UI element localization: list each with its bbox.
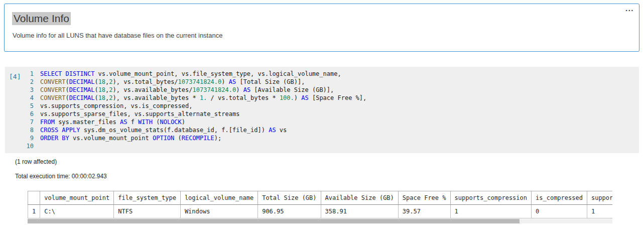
- code-token: (: [94, 78, 98, 85]
- code-line: 8CROSS APPLY sys.dm_os_volume_stats(f.da…: [5, 126, 366, 134]
- rows-affected-message: (1 row affected): [15, 158, 57, 165]
- code-token: sys.master_files: [55, 119, 120, 126]
- code-line: 9ORDER BY vs.volume_mount_point OPTION (…: [5, 134, 366, 142]
- table-cell[interactable]: 906.95: [258, 205, 321, 218]
- cell-title-row: Volume Info: [12, 12, 639, 25]
- code-token: ORDER BY: [40, 135, 69, 142]
- table-cell[interactable]: 1: [587, 205, 612, 218]
- results-table: volume_mount_pointfile_system_typelogica…: [28, 191, 612, 218]
- code-token: AS: [243, 86, 250, 93]
- line-number: 9: [5, 134, 40, 142]
- code-token: ): [182, 119, 185, 126]
- line-number: 6: [5, 110, 40, 118]
- code-token: [Available Size (GB)],: [250, 86, 334, 93]
- results-grid: volume_mount_pointfile_system_typelogica…: [28, 191, 612, 218]
- code-token: ), vs.available_bytes *: [113, 94, 200, 101]
- code-cell[interactable]: [4] 1SELECT DISTINCT vs.volume_mount_poi…: [5, 67, 639, 153]
- code-token: CONVERT: [40, 86, 66, 93]
- code-line: 5vs.supports_compression, vs.is_compress…: [5, 102, 366, 110]
- code-token: (: [94, 86, 98, 93]
- line-number: 7: [5, 118, 40, 126]
- code-token: vs.supports_compression, vs.is_compresse…: [40, 102, 192, 109]
- table-cell[interactable]: NTFS: [114, 205, 181, 218]
- code-line: 6vs.supports_sparse_files, vs.supports_a…: [5, 110, 366, 118]
- code-token: DECIMAL: [69, 94, 95, 101]
- column-header[interactable]: logical_volume_name: [180, 191, 257, 205]
- code-token: (: [66, 94, 69, 101]
- code-editor[interactable]: 1SELECT DISTINCT vs.volume_mount_point, …: [5, 70, 366, 150]
- code-token: AS: [269, 127, 276, 134]
- code-token: [Total Size (GB)],: [236, 78, 305, 85]
- code-token: vs.volume_mount_point, vs.file_system_ty…: [94, 70, 341, 77]
- results-body: 1C:\NTFSWindows906.95358.9139.57101: [28, 205, 613, 218]
- code-token: CROSS APPLY: [40, 127, 80, 134]
- code-token: );: [214, 135, 221, 142]
- code-token: 2: [109, 78, 112, 85]
- code-token: 2: [109, 94, 112, 101]
- row-number-cell[interactable]: 1: [28, 205, 40, 218]
- line-number: 8: [5, 126, 40, 134]
- column-header[interactable]: Total Size (GB): [258, 191, 321, 205]
- column-header[interactable]: supports_compression: [450, 191, 532, 205]
- code-token: ), vs.available_bytes/: [113, 86, 193, 93]
- code-token: 2: [109, 86, 112, 93]
- column-header[interactable]: file_system_type: [114, 191, 181, 205]
- column-header[interactable]: volume_mount_point: [40, 191, 114, 205]
- code-line: 10: [5, 142, 366, 150]
- table-cell[interactable]: 1: [450, 205, 532, 218]
- code-token: vs.supports_sparse_files, vs.supports_al…: [40, 110, 239, 118]
- execution-time-message: Total execution time: 00:00:02.943: [15, 173, 107, 180]
- column-header[interactable]: Space Free %: [398, 191, 450, 205]
- column-header[interactable]: [28, 191, 40, 205]
- code-token: SELECT DISTINCT: [40, 70, 94, 77]
- table-cell[interactable]: C:\: [40, 205, 114, 218]
- code-token: vs.volume_mount_point: [69, 135, 153, 142]
- table-cell[interactable]: Windows: [180, 205, 257, 218]
- code-token: vs: [276, 127, 287, 134]
- code-token: (: [66, 86, 69, 93]
- code-token: (: [66, 78, 69, 85]
- column-header[interactable]: is_compressed: [532, 191, 587, 205]
- code-token: 18: [98, 86, 105, 93]
- code-token: 1.: [200, 94, 207, 101]
- code-token: ): [236, 86, 243, 93]
- code-token: RECOMPILE: [182, 135, 214, 142]
- code-token: DECIMAL: [69, 86, 95, 93]
- results-header-row: volume_mount_pointfile_system_typelogica…: [28, 191, 613, 205]
- code-token: sys.dm_os_volume_stats(f.database_id, f.…: [80, 127, 269, 134]
- code-line: 1SELECT DISTINCT vs.volume_mount_point, …: [5, 70, 366, 78]
- code-token: ): [221, 78, 228, 85]
- code-token: / vs.total_bytes *: [207, 94, 280, 101]
- code-token: FROM: [40, 119, 55, 126]
- line-number: 10: [5, 142, 40, 150]
- horizontal-scrollbar-thumb[interactable]: [28, 219, 520, 223]
- code-line: 4CONVERT(DECIMAL(18,2), vs.available_byt…: [5, 94, 366, 102]
- table-cell[interactable]: 39.57: [398, 205, 450, 218]
- line-number: 5: [5, 102, 40, 110]
- line-number: 4: [5, 94, 40, 102]
- code-token: ), vs.total_bytes/: [113, 78, 178, 85]
- cell-description: Volume info for all LUNS that have datab…: [13, 32, 639, 39]
- line-number: 3: [5, 86, 40, 94]
- column-header[interactable]: supports_sparse_files: [587, 191, 612, 205]
- code-token: (: [94, 94, 98, 101]
- code-token: 1073741824.0: [178, 78, 222, 85]
- more-actions-button[interactable]: ...: [625, 5, 634, 12]
- cell-title: Volume Info: [12, 12, 71, 25]
- column-header[interactable]: Available Size (GB): [321, 191, 398, 205]
- code-token: (: [174, 135, 181, 142]
- code-token: ): [294, 94, 301, 101]
- table-row: 1C:\NTFSWindows906.95358.9139.57101: [28, 205, 613, 218]
- code-token: 18: [98, 78, 105, 85]
- code-line: 7FROM sys.master_files AS f WITH (NOLOCK…: [5, 118, 366, 126]
- code-token: 100.: [280, 94, 294, 101]
- code-token: WITH: [138, 119, 153, 126]
- text-cell-card[interactable]: ... Volume Info Volume info for all LUNS…: [4, 4, 639, 52]
- code-token: [Space Free %],: [309, 94, 367, 101]
- code-token: (: [153, 119, 160, 126]
- code-token: DECIMAL: [69, 78, 95, 85]
- table-cell[interactable]: 0: [532, 205, 587, 218]
- code-token: 1073741824.0: [193, 86, 236, 93]
- table-cell[interactable]: 358.91: [321, 205, 398, 218]
- horizontal-scrollbar-track[interactable]: [28, 219, 612, 223]
